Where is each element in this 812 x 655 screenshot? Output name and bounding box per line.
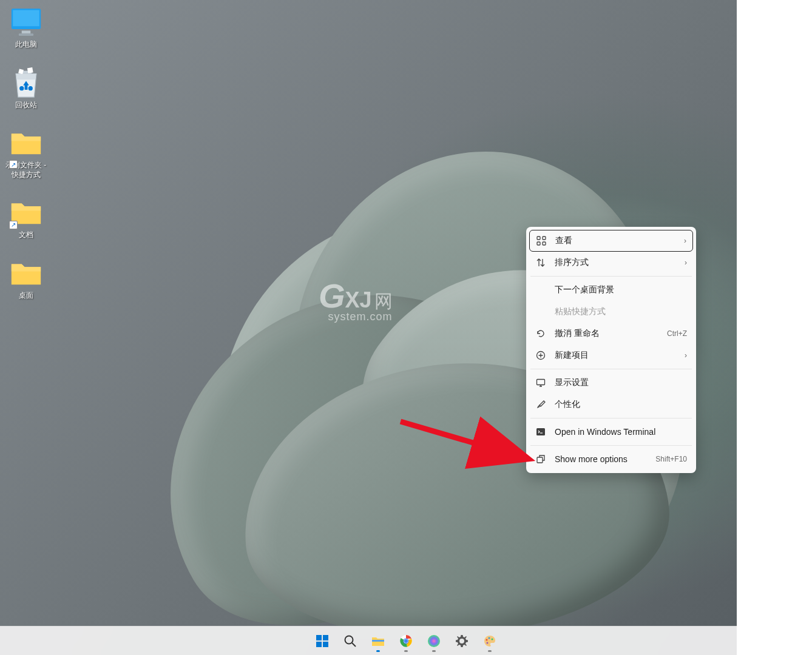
menu-separator — [530, 445, 692, 446]
svg-point-30 — [492, 638, 493, 640]
desktop-icon-label: 回收站 — [15, 101, 37, 110]
file-explorer-icon — [371, 634, 385, 648]
menu-item-view[interactable]: 查看 › — [529, 230, 693, 252]
desktop-context-menu: 查看 › 排序方式 › 下一个桌面背景 粘贴快捷方式 撤消 重命名 Ctrl+Z… — [526, 227, 696, 473]
menu-item-next-background[interactable]: 下一个桌面背景 — [529, 279, 693, 301]
svg-point-28 — [486, 639, 488, 640]
menu-separator — [530, 276, 692, 277]
desktop-icon-label: 桌面 — [19, 291, 33, 301]
desktop-icon-desktop-folder[interactable]: 桌面 — [3, 257, 49, 301]
desktop-icon-this-pc[interactable]: 此电脑 — [3, 6, 49, 50]
svg-point-4 — [19, 86, 24, 90]
paint-icon — [482, 634, 497, 648]
watermark: GXJ 网 system.com — [319, 276, 393, 323]
menu-item-new[interactable]: 新建项目 › — [529, 344, 693, 366]
svg-point-5 — [28, 86, 32, 90]
svg-point-29 — [489, 637, 490, 639]
plus-circle-icon — [535, 350, 546, 361]
svg-point-31 — [487, 642, 489, 643]
menu-item-open-terminal[interactable]: Open in Windows Terminal — [529, 421, 693, 443]
svg-rect-10 — [537, 242, 540, 245]
svg-point-27 — [428, 635, 440, 647]
svg-rect-13 — [537, 380, 545, 385]
shortcut-overlay-icon: ↗ — [9, 221, 18, 229]
menu-item-label: 查看 — [555, 235, 679, 246]
menu-item-label: 粘贴快捷方式 — [555, 306, 687, 317]
taskbar-chrome-button[interactable] — [394, 629, 418, 653]
menu-item-undo-rename[interactable]: 撤消 重命名 Ctrl+Z — [529, 323, 693, 344]
menu-item-label: Show more options — [555, 454, 651, 464]
svg-rect-15 — [537, 457, 543, 463]
expand-icon — [535, 454, 546, 465]
svg-rect-2 — [21, 31, 30, 34]
desktop-icon-recycle-bin[interactable]: 回收站 — [3, 67, 49, 110]
monitor-icon — [8, 6, 44, 38]
menu-item-shortcut: Ctrl+Z — [667, 329, 687, 338]
menu-item-label: 排序方式 — [555, 257, 680, 268]
taskbar — [0, 626, 812, 655]
menu-item-label: Open in Windows Terminal — [555, 427, 687, 437]
chevron-right-icon: › — [685, 351, 687, 360]
desktop-icons-area: 此电脑 回收站 ↗ 示例文件夹 - 快捷方式 ↗ 文档 桌面 — [3, 6, 52, 318]
svg-rect-17 — [316, 635, 322, 640]
grid-icon — [536, 235, 547, 246]
svg-rect-3 — [18, 33, 33, 36]
chevron-right-icon: › — [685, 258, 687, 267]
taskbar-browser2-button[interactable] — [422, 629, 446, 653]
svg-rect-7 — [27, 67, 33, 73]
svg-rect-11 — [543, 242, 546, 245]
desktop-icon-documents[interactable]: ↗ 文档 — [3, 196, 49, 240]
svg-rect-19 — [316, 642, 322, 647]
folder-icon — [8, 257, 44, 289]
shortcut-overlay-icon: ↗ — [9, 160, 18, 169]
display-icon — [535, 377, 546, 388]
svg-rect-1 — [13, 10, 39, 27]
taskbar-paint-button[interactable] — [478, 629, 502, 653]
menu-item-shortcut: Shift+F10 — [655, 455, 687, 463]
menu-item-label: 显示设置 — [555, 377, 687, 388]
chevron-right-icon: › — [684, 237, 686, 245]
menu-item-display-settings[interactable]: 显示设置 — [529, 372, 693, 394]
desktop-icon-label: 文档 — [19, 230, 33, 240]
menu-item-paste-shortcut: 粘贴快捷方式 — [529, 301, 693, 323]
search-icon — [343, 634, 357, 648]
menu-item-label: 个性化 — [555, 399, 687, 410]
crop-whitespace — [737, 0, 812, 655]
browser-icon — [427, 634, 441, 648]
svg-rect-14 — [536, 428, 545, 435]
svg-rect-20 — [323, 642, 328, 647]
undo-icon — [535, 328, 546, 339]
menu-item-label: 新建项目 — [555, 350, 680, 361]
taskbar-settings-button[interactable] — [450, 629, 474, 653]
taskbar-start-button[interactable] — [310, 629, 334, 653]
menu-item-sort[interactable]: 排序方式 › — [529, 252, 693, 274]
windows-logo-icon — [315, 634, 330, 648]
svg-rect-22 — [372, 640, 384, 642]
taskbar-explorer-button[interactable] — [366, 629, 390, 653]
sort-icon — [535, 257, 546, 268]
desktop-icon-sample-folder[interactable]: ↗ 示例文件夹 - 快捷方式 — [3, 127, 49, 180]
svg-point-26 — [404, 639, 408, 643]
menu-item-show-more-options[interactable]: Show more options Shift+F10 — [529, 448, 693, 470]
terminal-icon — [535, 426, 546, 437]
folder-icon — [8, 127, 44, 158]
svg-rect-8 — [537, 237, 540, 240]
menu-item-label: 撤消 重命名 — [555, 328, 662, 339]
menu-separator — [530, 418, 692, 418]
menu-item-personalize[interactable]: 个性化 — [529, 394, 693, 415]
chrome-icon — [399, 634, 413, 648]
svg-point-21 — [345, 636, 353, 643]
svg-rect-18 — [323, 635, 328, 640]
gear-icon — [455, 634, 469, 648]
menu-separator — [530, 369, 692, 369]
recycle-bin-icon — [8, 67, 44, 98]
menu-item-label: 下一个桌面背景 — [555, 284, 687, 295]
desktop-icon-label: 此电脑 — [15, 40, 37, 50]
taskbar-search-button[interactable] — [338, 629, 362, 653]
brush-icon — [535, 399, 546, 410]
svg-rect-9 — [543, 237, 546, 240]
